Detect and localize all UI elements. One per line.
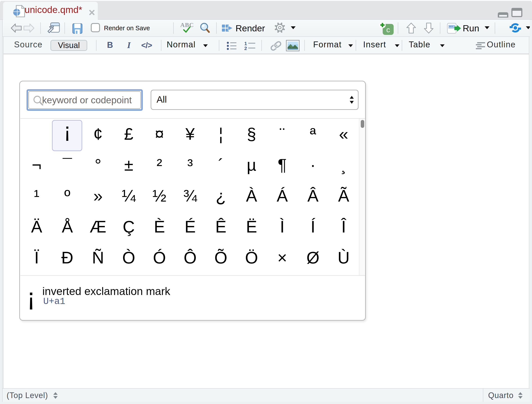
svg-text:c: c: [386, 25, 390, 34]
svg-text:2: 2: [244, 46, 247, 50]
